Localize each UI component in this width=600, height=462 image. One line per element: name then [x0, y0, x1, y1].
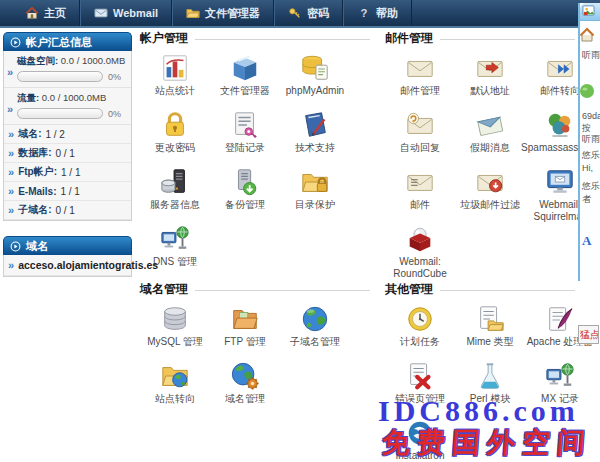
tab-file-manager[interactable]: 文件管理器	[172, 0, 274, 26]
shortcut-mail-lines[interactable]: 邮件	[385, 165, 455, 222]
chevron-right-icon: »	[8, 260, 14, 271]
shortcut-installatron[interactable]: Installatron Applications Installer	[385, 416, 455, 462]
widget-text-fragment: 听雨	[582, 49, 600, 62]
stat-value: 0 / 1	[55, 148, 74, 159]
stat-value: 1 / 2	[45, 129, 64, 140]
spamassassin-icon	[545, 110, 575, 140]
phpmyadmin-icon	[300, 53, 330, 83]
tab-home[interactable]: 主页	[12, 0, 80, 26]
widget-text-fragment: 悠乐	[582, 180, 600, 193]
key-small-icon	[288, 6, 302, 20]
widget-text-fragment: 者	[582, 193, 591, 206]
section-title: 帐户管理	[140, 31, 370, 45]
cron-clock-icon	[405, 304, 435, 334]
widget-text-fragment: 听雨	[582, 133, 600, 146]
sidebar-meter-disk-space: » 磁盘空间: 0.0 / 1000.0MB 0%	[4, 51, 131, 88]
section-title: 域名管理	[140, 282, 370, 296]
site-stats-icon	[160, 53, 190, 83]
domain-panel-header: 域名	[3, 236, 132, 255]
svg-text:?: ?	[361, 7, 368, 19]
apache-feather-icon	[545, 304, 575, 334]
shortcut-perl-flask[interactable]: Perl 模块	[455, 359, 525, 416]
stat-label: E-Mails:	[18, 186, 56, 197]
sidebar-stat-emails: » E-Mails: 1 / 1	[4, 182, 131, 201]
roundcube-icon	[405, 224, 435, 254]
shortcut-lock[interactable]: 更改密码	[140, 108, 210, 165]
section-title: 邮件管理	[385, 31, 575, 45]
sidebar: 帐户汇总信息 » 磁盘空间: 0.0 / 1000.0MB 0% » 流量: 0…	[3, 32, 132, 277]
shortcut-mime-types[interactable]: Mime 类型	[455, 302, 525, 359]
squirrelmail-icon	[545, 167, 575, 197]
installatron-icon	[405, 418, 435, 448]
nav-tab-label: 密码	[307, 6, 329, 21]
shortcut-mx-record[interactable]: MX 记录	[525, 359, 595, 416]
tab-password[interactable]: 密码	[274, 0, 343, 26]
house-icon	[579, 27, 595, 47]
widget-action-button[interactable]: 猛点	[578, 325, 599, 344]
login-records-icon	[230, 110, 260, 140]
error-page-icon	[405, 361, 435, 391]
shortcut-mysql[interactable]: MySQL 管理	[140, 302, 210, 359]
shortcut-label: Webmail: RoundCube	[377, 256, 463, 279]
shortcut-label: Installatron Applications Installer	[377, 450, 463, 462]
side-widget-header	[580, 3, 600, 21]
meter-percent: 0%	[108, 109, 121, 119]
stat-value: 1 / 1	[61, 167, 80, 178]
mail-lines-icon	[405, 167, 435, 197]
shortcut-spam-filter[interactable]: 垃圾邮件过滤	[455, 165, 525, 222]
mx-record-icon	[545, 361, 575, 391]
nav-tab-label: 主页	[44, 6, 66, 21]
sidebar-stat-domains: » 域名: 1 / 2	[4, 125, 131, 144]
nav-bar: 主页 Webmail 文件管理器 密码 ? 帮助	[0, 0, 600, 28]
meter-label: 流量:	[17, 92, 39, 103]
shortcut-grid: 邮件管理 默认地址 邮件转向 自动回复 假期消息 Spamassassin 设 …	[385, 51, 575, 279]
shortcut-domain-manage[interactable]: 域名管理	[210, 359, 280, 416]
shortcut-default-address[interactable]: 默认地址	[455, 51, 525, 108]
tab-help[interactable]: ? 帮助	[343, 0, 412, 26]
shortcut-error-page[interactable]: 错误页管理	[385, 359, 455, 416]
shortcut-cron-clock[interactable]: 计划任务	[385, 302, 455, 359]
chevron-right-icon: »	[7, 104, 13, 115]
shortcut-dir-protect[interactable]: 目录保护	[280, 165, 350, 222]
shortcut-grid: MySQL 管理 FTP 管理 子域名管理 站点转向 域名管理	[140, 302, 370, 416]
domain-item[interactable]: » acceso.alojamientogratis.es	[4, 255, 131, 276]
avatar	[579, 83, 595, 103]
domain-manage-icon	[230, 361, 260, 391]
shortcut-subdomain-globe[interactable]: 子域名管理	[280, 302, 350, 359]
shortcut-site-redirect[interactable]: 站点转向	[140, 359, 210, 416]
shortcut-login-records[interactable]: 登陆记录	[210, 108, 280, 165]
mysql-icon	[160, 304, 190, 334]
shortcut-auto-reply[interactable]: 自动回复	[385, 108, 455, 165]
shortcut-site-stats[interactable]: 站点统计	[140, 51, 210, 108]
sidebar-stat-databases: » 数据库: 0 / 1	[4, 144, 131, 163]
shortcut-label: phpMyAdmin	[272, 85, 358, 97]
vacation-message-icon	[475, 110, 505, 140]
shortcut-file-box[interactable]: 文件管理器	[210, 51, 280, 108]
ftp-folder-icon	[230, 304, 260, 334]
account-summary-title: 帐户汇总信息	[26, 35, 92, 50]
shortcut-backup[interactable]: 备份管理	[210, 165, 280, 222]
nav-tab-label: Webmail	[113, 7, 158, 19]
envelope-small-icon	[94, 6, 108, 20]
shortcut-mail-manage[interactable]: 邮件管理	[385, 51, 455, 108]
shortcut-roundcube[interactable]: Webmail: RoundCube	[385, 222, 455, 279]
domain-panel-title: 域名	[26, 239, 48, 254]
stat-label: 数据库:	[18, 146, 51, 160]
auto-reply-icon	[405, 110, 435, 140]
default-address-icon	[475, 53, 505, 83]
tab-webmail[interactable]: Webmail	[80, 0, 172, 26]
meter-value: 0.0 / 1000.0MB	[61, 55, 125, 66]
mail-manage-icon	[405, 53, 435, 83]
dns-icon	[160, 224, 190, 254]
shortcut-ftp-folder[interactable]: FTP 管理	[210, 302, 280, 359]
shortcut-server-info[interactable]: 服务器信息	[140, 165, 210, 222]
shortcut-phpmyadmin[interactable]: phpMyAdmin	[280, 51, 350, 108]
sidebar-meter-traffic: » 流量: 0.0 / 1000.0MB 0%	[4, 88, 131, 125]
backup-icon	[230, 167, 260, 197]
shortcut-vacation-message[interactable]: 假期消息	[455, 108, 525, 165]
account-summary-body: » 磁盘空间: 0.0 / 1000.0MB 0% » 流量: 0.0 / 10…	[3, 51, 132, 221]
chevron-right-icon: »	[8, 148, 14, 159]
shortcut-support-book[interactable]: 技术支持	[280, 108, 350, 165]
section-mail-management: 邮件管理 邮件管理 默认地址 邮件转向 自动回复 假期消息 Spamassass…	[385, 31, 575, 279]
domain-panel: 域名 » acceso.alojamientogratis.es	[3, 236, 132, 277]
